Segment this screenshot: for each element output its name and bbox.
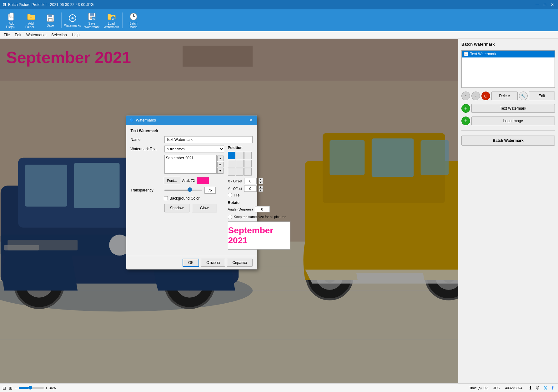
y-offset-up[interactable]: ▲ bbox=[259, 186, 263, 189]
statusbar: ⊟ ⊞ − + 34% Time (s): 0.3 JPG 4032×3024 … bbox=[0, 383, 558, 392]
delete-btn[interactable]: ⊖ bbox=[481, 92, 490, 100]
scroll-mid-btn[interactable]: ≡ bbox=[217, 162, 224, 167]
ok-btn[interactable]: OK bbox=[183, 259, 199, 267]
pos-cell-1-1[interactable] bbox=[236, 160, 244, 167]
add-files-btn[interactable]: AddFile(s)... bbox=[3, 11, 21, 30]
pos-cell-0-0[interactable] bbox=[228, 152, 235, 159]
menu-help[interactable]: Help bbox=[69, 32, 82, 38]
menu-file[interactable]: File bbox=[1, 32, 12, 38]
zoom-out-icon[interactable]: − bbox=[15, 385, 18, 390]
glow-btn[interactable]: Glow bbox=[192, 204, 217, 212]
watermarks-btn[interactable]: Watermarks bbox=[63, 11, 82, 30]
svg-text:W: W bbox=[93, 17, 95, 20]
minimize-btn[interactable]: — bbox=[534, 2, 540, 8]
watermark-text-row: Watermark Text %filename% %date% Custom … bbox=[131, 146, 224, 152]
pos-cell-2-2[interactable] bbox=[244, 168, 252, 176]
batch-mode-btn[interactable]: BatchMode bbox=[124, 11, 143, 30]
edit-label-btn[interactable]: Edit bbox=[529, 92, 555, 100]
scroll-down-btn[interactable]: ▼ bbox=[217, 168, 224, 174]
add-logo-image-btn[interactable]: + bbox=[461, 117, 470, 125]
save-watermark-btn[interactable]: W SaveWatermark bbox=[83, 11, 101, 30]
keep-size-checkbox[interactable] bbox=[228, 215, 232, 219]
tile-label[interactable]: Tile bbox=[234, 193, 240, 197]
delete-label-btn[interactable]: Delete bbox=[491, 92, 518, 100]
name-input[interactable] bbox=[164, 136, 253, 143]
close-btn[interactable]: ✕ bbox=[549, 2, 555, 8]
pos-cell-0-2[interactable] bbox=[244, 152, 252, 159]
tile-checkbox[interactable] bbox=[228, 193, 232, 197]
angle-input[interactable] bbox=[255, 206, 270, 212]
dialog-close-btn[interactable]: ✕ bbox=[248, 117, 254, 123]
move-up-btn[interactable]: ↑ bbox=[461, 92, 470, 100]
keep-size-label[interactable]: Keep the same size for all pictures bbox=[234, 215, 286, 219]
textarea-row: September 2021 ▲ ≡ ▼ bbox=[131, 155, 224, 174]
pos-cell-1-0[interactable] bbox=[228, 160, 235, 167]
watermark-text-dropdown[interactable]: %filename% %date% Custom text bbox=[164, 146, 224, 152]
svg-text:+: + bbox=[30, 16, 32, 19]
svg-rect-9 bbox=[49, 19, 52, 21]
bg-color-row: Background Color bbox=[131, 196, 224, 201]
watermarks-label: Watermarks bbox=[64, 24, 81, 27]
x-offset-input[interactable] bbox=[244, 178, 257, 184]
name-row: Name bbox=[131, 136, 253, 143]
zoom-slider[interactable] bbox=[19, 387, 44, 389]
toolbar-sep-1 bbox=[61, 12, 62, 28]
facebook-icon[interactable]: f bbox=[550, 385, 555, 391]
edit-icon-btn[interactable]: 🔧 bbox=[519, 92, 528, 100]
dialog-icon: 🔷 bbox=[129, 118, 134, 122]
pos-cell-2-1[interactable] bbox=[236, 168, 244, 176]
watermark-list: ✓ Text Watermark bbox=[461, 50, 555, 88]
image-area: September 2021 🔷 Watermarks ✕ Text Water… bbox=[0, 39, 458, 383]
logo-image-type-btn[interactable]: Logo Image bbox=[471, 117, 555, 125]
dialog-left: Watermark Text %filename% %date% Custom … bbox=[131, 146, 224, 252]
y-offset-spin: ▲ ▼ bbox=[259, 186, 263, 192]
add-folder-btn[interactable]: + AddFolder... bbox=[22, 11, 40, 30]
cancel-btn[interactable]: Отмена bbox=[201, 259, 225, 267]
thumbnail-large-icon[interactable]: ⊞ bbox=[9, 385, 13, 390]
svg-point-19 bbox=[133, 16, 134, 17]
watermark-checkbox-0[interactable]: ✓ bbox=[464, 52, 468, 56]
twitter-icon[interactable]: 𝕏 bbox=[542, 385, 548, 391]
toolbar-sep-2 bbox=[122, 12, 123, 28]
menu-selection[interactable]: Selection bbox=[49, 32, 69, 38]
text-watermark-type-btn[interactable]: Text Watermark bbox=[471, 104, 555, 113]
help-btn[interactable]: Справка bbox=[227, 259, 252, 267]
transparency-slider[interactable] bbox=[164, 190, 202, 191]
y-offset-down[interactable]: ▼ bbox=[259, 189, 263, 192]
watermark-list-item-name-0: Text Watermark bbox=[470, 52, 496, 56]
menu-watermarks[interactable]: Watermarks bbox=[24, 32, 49, 38]
save-btn[interactable]: Save bbox=[41, 11, 59, 30]
load-watermark-btn[interactable]: W LoadWatermark bbox=[102, 11, 120, 30]
batch-watermark-execute-btn[interactable]: Batch Watermark bbox=[461, 136, 555, 146]
add-text-watermark-btn[interactable]: + bbox=[461, 104, 470, 113]
move-down-btn[interactable]: ↓ bbox=[471, 92, 480, 100]
copyright-icon[interactable]: © bbox=[535, 385, 540, 391]
x-offset-up[interactable]: ▲ bbox=[259, 178, 263, 181]
zoom-in-icon[interactable]: + bbox=[45, 385, 48, 390]
watermark-textarea[interactable]: September 2021 bbox=[164, 155, 217, 174]
font-btn[interactable]: Font... bbox=[164, 177, 180, 184]
color-swatch[interactable] bbox=[197, 177, 209, 184]
thumbnail-small-icon[interactable]: ⊟ bbox=[3, 385, 6, 390]
scroll-up-btn[interactable]: ▲ bbox=[217, 156, 224, 161]
save-watermark-label: SaveWatermark bbox=[84, 22, 100, 29]
dialog-right: Position bbox=[228, 146, 290, 252]
info-icon[interactable]: ℹ bbox=[527, 385, 533, 391]
save-watermark-icon: W bbox=[87, 12, 97, 21]
maximize-btn[interactable]: □ bbox=[542, 2, 548, 8]
position-title: Position bbox=[228, 146, 290, 150]
watermark-list-item-0[interactable]: ✓ Text Watermark bbox=[462, 51, 555, 57]
y-offset-input[interactable] bbox=[244, 186, 257, 192]
bg-color-checkbox[interactable] bbox=[164, 196, 168, 200]
position-section: Position bbox=[228, 146, 290, 197]
x-offset-down[interactable]: ▼ bbox=[259, 181, 263, 184]
load-watermark-label: LoadWatermark bbox=[104, 22, 119, 29]
bg-color-label[interactable]: Background Color bbox=[170, 196, 200, 201]
transparency-thumb bbox=[188, 187, 192, 192]
svg-rect-12 bbox=[90, 13, 94, 16]
shadow-btn[interactable]: Shadow bbox=[164, 204, 189, 212]
pos-cell-0-1[interactable] bbox=[236, 152, 244, 159]
menu-edit[interactable]: Edit bbox=[12, 32, 24, 38]
pos-cell-1-2[interactable] bbox=[244, 160, 252, 167]
pos-cell-2-0[interactable] bbox=[228, 168, 235, 176]
